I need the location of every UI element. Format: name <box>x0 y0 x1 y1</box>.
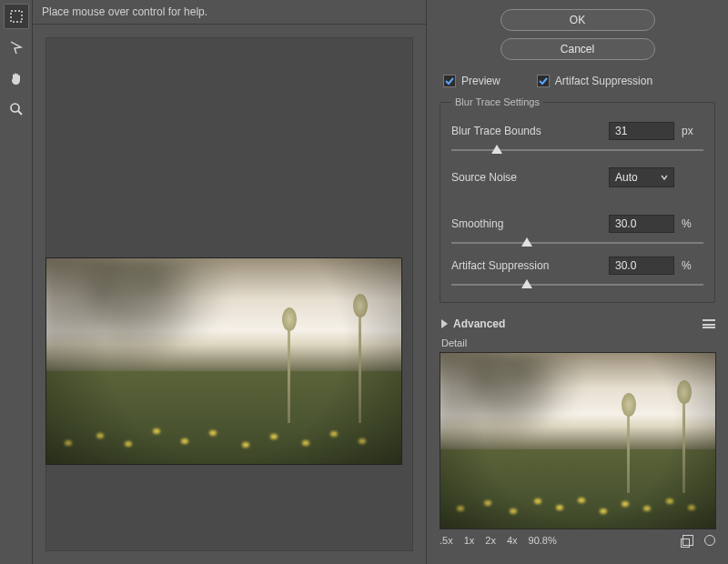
artsup-slider[interactable] <box>451 278 703 291</box>
zoom-current: 90.8% <box>529 535 557 546</box>
marquee-tool[interactable] <box>4 4 29 29</box>
group-title: Blur Trace Settings <box>451 96 543 107</box>
advanced-toggle[interactable]: Advanced <box>441 317 715 330</box>
artifact-label: Artifact Suppression <box>555 75 652 87</box>
bounds-input[interactable] <box>609 122 674 140</box>
zoom-level[interactable]: .5x <box>440 535 453 546</box>
zoom-tool[interactable] <box>4 96 29 122</box>
panel-menu-icon[interactable] <box>703 319 715 328</box>
chevron-down-icon <box>661 174 668 181</box>
detail-preview[interactable] <box>440 352 716 529</box>
preview-label: Preview <box>461 75 500 87</box>
zoom-level[interactable]: 2x <box>485 535 496 546</box>
smoothing-slider[interactable] <box>451 237 703 249</box>
zoom-level[interactable]: 1x <box>464 535 475 546</box>
artifact-suppression-checkbox[interactable]: Artifact Suppression <box>537 75 652 87</box>
lasso-tool[interactable] <box>4 35 29 60</box>
noise-value: Auto <box>615 171 638 184</box>
checkbox-icon <box>537 75 550 87</box>
settings-panel: OK Cancel Preview Artifact Suppression B… <box>426 0 728 564</box>
artsup-input[interactable] <box>609 257 674 275</box>
bounds-label: Blur Trace Bounds <box>451 125 602 137</box>
main-image-preview[interactable] <box>46 257 402 465</box>
svg-line-2 <box>18 111 22 115</box>
zoom-bar: .5x 1x 2x 4x 90.8% <box>440 535 715 546</box>
ok-button[interactable]: OK <box>500 9 655 31</box>
smoothing-label: Smoothing <box>451 217 602 230</box>
detail-label: Detail <box>441 337 715 348</box>
loupe-icon[interactable] <box>704 535 715 546</box>
noise-label: Source Noise <box>451 171 602 184</box>
disclosure-triangle-icon <box>441 319 448 328</box>
noise-select[interactable]: Auto <box>609 167 674 187</box>
smoothing-input[interactable] <box>609 215 674 233</box>
hint-bar: Place mouse over control for help. <box>33 0 426 25</box>
checkbox-icon <box>443 75 456 87</box>
hand-tool[interactable] <box>4 65 29 91</box>
zoom-level[interactable]: 4x <box>507 535 518 546</box>
advanced-label: Advanced <box>453 317 505 330</box>
compare-view-icon[interactable] <box>682 535 693 546</box>
bounds-unit: px <box>682 125 703 137</box>
svg-rect-0 <box>11 11 22 22</box>
artsup-label: Artifact Suppression <box>451 259 602 272</box>
cancel-button[interactable]: Cancel <box>500 38 655 60</box>
blur-trace-settings-group: Blur Trace Settings Blur Trace Bounds px… <box>440 96 715 303</box>
image-placeholder <box>46 258 401 464</box>
preview-checkbox[interactable]: Preview <box>443 75 500 87</box>
smoothing-unit: % <box>682 217 703 230</box>
image-placeholder <box>440 353 715 529</box>
artsup-unit: % <box>682 259 703 272</box>
bounds-slider[interactable] <box>451 144 703 156</box>
tool-column <box>0 0 33 564</box>
svg-point-1 <box>11 104 19 112</box>
preview-area <box>33 25 426 564</box>
main-column: Place mouse over control for help. <box>33 0 426 564</box>
